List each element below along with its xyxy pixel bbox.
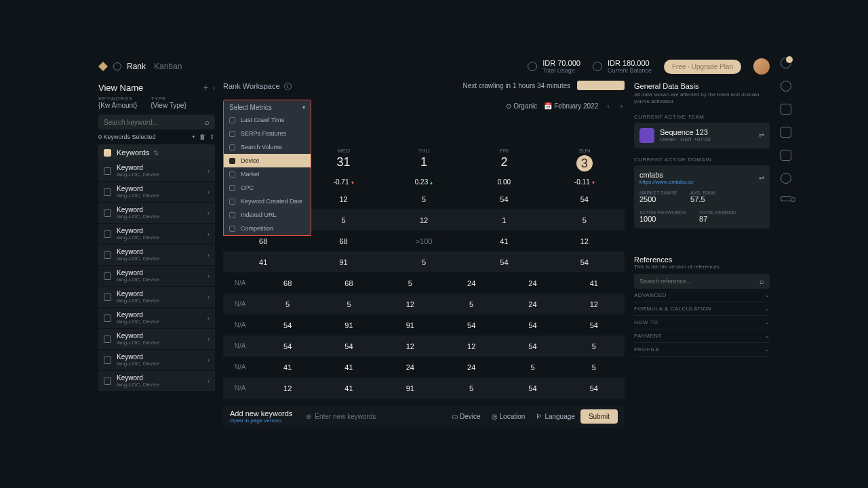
checkbox[interactable] — [104, 357, 111, 364]
organic-filter[interactable]: ⊙ Organic — [506, 102, 537, 110]
keyword-item[interactable]: Keywordlang-LOC, Device› — [98, 350, 215, 371]
keyword-item[interactable]: Keywordlang-LOC, Device› — [98, 266, 215, 287]
metric-option[interactable]: Keyword Created Date — [224, 195, 311, 208]
data-row: N/A12419155454 — [223, 378, 625, 399]
search-icon: ⌕ — [205, 118, 210, 126]
open-page-link[interactable]: Open in page version — [230, 418, 292, 424]
rank-cell: 68 — [303, 237, 383, 245]
chevron-right-icon[interactable]: › — [213, 84, 215, 92]
accordion-item[interactable]: PROFILE⌄ — [634, 343, 770, 357]
checkbox[interactable] — [104, 336, 111, 343]
keyword-item[interactable]: Keywordlang-LOC, Device› — [98, 224, 215, 245]
search-input[interactable] — [104, 119, 205, 126]
metric-option[interactable]: SERPs Features — [224, 127, 311, 140]
stat-item: ACTIVE KEYWORDS1000 — [639, 210, 686, 223]
clock-icon — [528, 62, 537, 71]
add-keyword-icon[interactable]: + — [192, 134, 195, 140]
checkbox[interactable] — [104, 167, 111, 175]
location-option[interactable]: ◎ Location — [492, 413, 526, 420]
rank-cell: 5 — [564, 342, 625, 350]
export-icon[interactable]: ⇪ — [210, 134, 215, 140]
day-column[interactable]: SUN3 — [545, 148, 625, 171]
refresh-icon[interactable] — [781, 81, 791, 92]
avatar[interactable] — [753, 58, 770, 75]
keyword-item[interactable]: Keywordlang-LOC, Device› — [98, 308, 215, 329]
chevron-down-icon: ⌄ — [765, 306, 770, 312]
keyword-item[interactable]: Keywordlang-LOC, Device› — [98, 161, 215, 182]
swap-icon[interactable]: ⇄ — [759, 131, 764, 139]
view-mode[interactable]: Kanban — [154, 62, 182, 71]
submit-button[interactable]: Submit — [580, 409, 618, 424]
bell-icon[interactable] — [781, 58, 791, 68]
accordion-item[interactable]: HOW TO⌄ — [634, 316, 770, 329]
team-card[interactable]: Sequence 123Owner · GMT +07:00 ⇄ — [634, 123, 770, 148]
delete-icon[interactable]: 🗑 — [199, 134, 205, 140]
stat-item: AVG. RANK57.5 — [690, 190, 716, 203]
globe-icon[interactable] — [781, 173, 791, 184]
info-icon[interactable]: i — [284, 83, 292, 90]
metric-option[interactable]: Competition — [224, 222, 311, 235]
accordion-item[interactable]: ADVANCED⌄ — [634, 289, 770, 302]
keyword-search[interactable]: ⌕ — [98, 115, 215, 129]
metric-option[interactable]: Market — [224, 167, 311, 181]
metric-option[interactable]: Indexed URL — [224, 208, 311, 222]
stat-item: TOTAL DEMAND87 — [699, 210, 736, 223]
language-option[interactable]: 🏳 Language — [536, 413, 575, 420]
gear-icon[interactable] — [113, 62, 121, 70]
reference-search[interactable]: ⌕ — [634, 274, 770, 289]
day-column[interactable]: THU1 — [384, 148, 464, 171]
metric-option[interactable]: Last Crawl Time — [224, 113, 311, 127]
checkbox[interactable] — [104, 188, 111, 196]
checkbox[interactable] — [104, 251, 111, 259]
grid-icon[interactable] — [781, 127, 791, 138]
keyword-item[interactable]: Keywordlang-LOC, Device› — [98, 329, 215, 350]
rank-cell: 68 — [318, 279, 379, 287]
checkbox[interactable] — [104, 230, 111, 238]
keyword-item[interactable]: Keywordlang-LOC, Device› — [98, 203, 215, 224]
metric-option[interactable]: CPC — [224, 181, 311, 195]
accordion-item[interactable]: PAYMENT⌄ — [634, 329, 770, 343]
image-icon[interactable] — [781, 150, 791, 161]
checkbox[interactable] — [104, 209, 111, 217]
select-all-checkbox[interactable] — [104, 149, 111, 157]
checkbox[interactable] — [104, 293, 111, 301]
keyword-item[interactable]: Keywordlang-LOC, Device› — [98, 287, 215, 308]
swap-icon[interactable]: ⇄ — [759, 174, 764, 182]
rank-cell: 41 — [464, 237, 544, 245]
upgrade-button[interactable]: Free · Upgrade Plan — [664, 60, 741, 74]
rank-cell: 24 — [502, 300, 563, 308]
metric-option[interactable]: Device — [224, 154, 311, 167]
delta-value: 0.23▴ — [384, 178, 464, 186]
keyword-item[interactable]: Keywordlang-LOC, Device› — [98, 371, 215, 392]
keywords-header[interactable]: Keywords ⇅ — [98, 144, 215, 161]
accordion-item[interactable]: FORMULA & CALCULATION⌄ — [634, 302, 770, 316]
rank-cell: 5 — [545, 216, 625, 224]
checkbox[interactable] — [104, 314, 111, 322]
gdb-subtitle: All data shown are affected by the team … — [634, 92, 770, 106]
total-usage: IDR 70.000Total Usage — [528, 59, 580, 74]
keyword-item[interactable]: Keywordlang-LOC, Device› — [98, 245, 215, 266]
data-row: N/A551252412 — [223, 293, 625, 314]
metric-option[interactable]: Search Volume — [224, 140, 311, 154]
checkbox[interactable] — [104, 272, 111, 280]
device-option[interactable]: ▭ Device — [452, 413, 481, 420]
domain-card[interactable]: cmlabshttps://www.cmlabs.co⇄ MARKET SHAR… — [634, 165, 770, 228]
calendar-icon[interactable] — [781, 104, 791, 115]
chevron-down-icon: ⌄ — [765, 346, 770, 352]
add-view-button[interactable]: + — [203, 82, 208, 93]
key-icon[interactable] — [781, 196, 791, 201]
date-filter[interactable]: 📅 February 2022 — [544, 102, 598, 110]
day-column[interactable]: FRI2 — [464, 148, 544, 171]
sort-icon[interactable]: ⇅ — [153, 149, 159, 157]
next-button[interactable]: › — [618, 102, 625, 110]
checkbox[interactable] — [104, 378, 111, 385]
team-label: CURRENT ACTIVE TEAM — [634, 114, 770, 120]
data-row: N/A4141242455 — [223, 357, 625, 378]
chevron-right-icon: › — [208, 230, 210, 238]
chevron-right-icon: › — [208, 314, 210, 322]
enter-keywords-input[interactable]: ⊕ Enter new keywords — [306, 413, 446, 420]
rank-cell: 5 — [303, 216, 383, 224]
day-column[interactable]: WED31 — [303, 148, 383, 171]
prev-button[interactable]: ‹ — [605, 102, 611, 110]
keyword-item[interactable]: Keywordlang-LOC, Device› — [98, 182, 215, 203]
